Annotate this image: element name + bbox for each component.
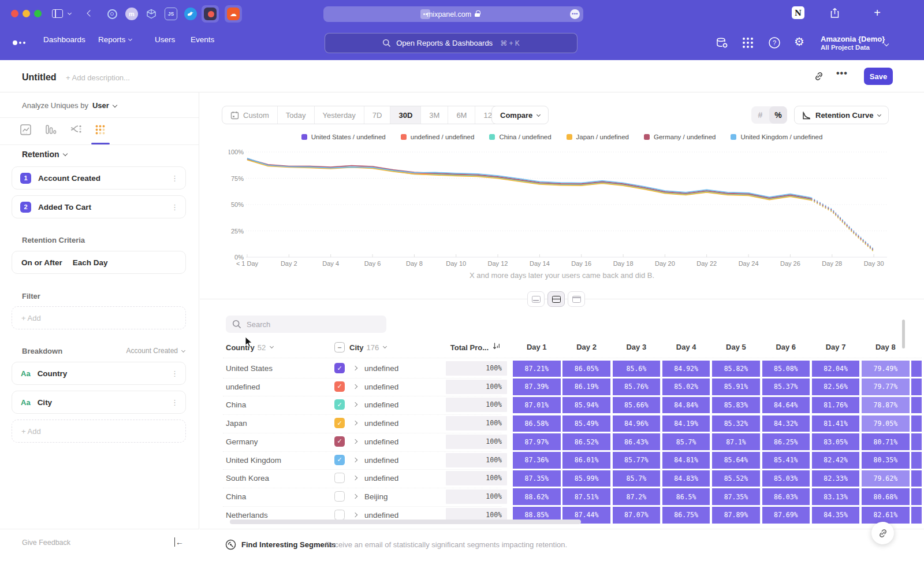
data-management-icon[interactable] <box>715 36 729 53</box>
retention-cell[interactable]: 86.03% <box>762 488 810 505</box>
retention-cell[interactable]: 87.01% <box>513 397 561 414</box>
give-feedback-link[interactable]: Give Feedback <box>22 539 70 547</box>
retention-cell[interactable]: 86.05% <box>562 361 610 377</box>
table-row[interactable]: ChinaBeijing100%88.62%87.51%87.2%86.5%87… <box>200 488 924 506</box>
series-checkbox[interactable]: ✓ <box>334 455 345 465</box>
range-7d[interactable]: 7D <box>364 106 391 124</box>
retention-cell[interactable]: 83.13% <box>812 488 860 505</box>
expand-chevron-icon[interactable] <box>353 457 357 462</box>
retention-cell[interactable]: 87.1% <box>712 433 760 450</box>
kebab-menu-icon[interactable]: ⋮ <box>171 369 178 378</box>
day-column-header[interactable]: Day 3 <box>613 340 661 355</box>
retention-cell[interactable]: 85.83% <box>712 397 760 414</box>
legend-item[interactable]: Japan / undefined <box>567 133 629 140</box>
retention-cell[interactable]: 87.51% <box>562 488 610 505</box>
retention-cell[interactable]: 85.82% <box>712 361 760 377</box>
legend-item[interactable]: United Kingdom / undefined <box>731 133 822 140</box>
series-checkbox[interactable] <box>334 473 345 483</box>
retention-cell[interactable]: 85.32% <box>712 415 760 432</box>
retention-cell[interactable]: 84.64% <box>762 397 810 414</box>
retention-cell[interactable]: 85.91% <box>712 379 760 395</box>
tab-overview-chevron-icon[interactable] <box>68 11 72 15</box>
range-yesterday[interactable]: Yesterday <box>315 106 364 124</box>
expand-chevron-icon[interactable] <box>353 366 357 370</box>
nav-events[interactable]: Events <box>191 35 214 44</box>
target-icon[interactable] <box>106 8 118 20</box>
share-link-fab[interactable] <box>871 522 894 544</box>
retention-cell[interactable]: 86.01% <box>562 452 610 469</box>
browser-sidebar-icon[interactable] <box>52 9 63 18</box>
notion-icon[interactable]: N <box>792 6 804 19</box>
retention-cell[interactable]: 84.92% <box>662 361 710 377</box>
table-row[interactable]: Germany✓undefined100%87.97%86.52%86.43%8… <box>200 433 924 451</box>
save-button[interactable]: Save <box>864 68 893 85</box>
add-breakdown-button[interactable]: + Add <box>12 420 186 443</box>
chart-only-view-button[interactable] <box>527 291 545 307</box>
nav-users[interactable]: Users <box>155 35 175 44</box>
retention-cell[interactable]: 82.04% <box>812 361 860 377</box>
city-column-header[interactable]: – City176 <box>334 340 386 355</box>
day-column-header[interactable]: Day 2 <box>562 340 610 355</box>
retention-cell[interactable]: 85.76% <box>613 379 661 395</box>
step-added-to-cart[interactable]: 2 Added To Cart ⋮ <box>12 195 186 218</box>
reading-app-icon[interactable] <box>204 8 217 20</box>
bird-icon[interactable] <box>184 8 197 20</box>
retention-cell[interactable]: 86.19% <box>562 379 610 395</box>
retention-cell[interactable]: 85.41% <box>762 452 810 469</box>
retention-cell[interactable]: 84.19% <box>662 415 710 432</box>
breakdown-scope-selector[interactable]: Account Created <box>126 347 185 355</box>
retention-cell[interactable]: 86.75% <box>662 507 710 524</box>
retention-cell[interactable]: 84.84% <box>662 397 710 414</box>
retention-cell[interactable]: 80.71% <box>862 433 910 450</box>
expand-chevron-icon[interactable] <box>353 421 357 425</box>
compare-button[interactable]: Compare <box>491 106 549 124</box>
retention-cell[interactable]: 79.62% <box>862 470 910 487</box>
retention-cell[interactable]: 84.32% <box>762 415 810 432</box>
retention-cell[interactable]: 80.35% <box>862 452 910 469</box>
apps-grid-icon[interactable] <box>742 36 754 51</box>
retention-cell[interactable]: 82.42% <box>812 452 860 469</box>
retention-cell[interactable]: 85.7% <box>662 433 710 450</box>
breakdown-country[interactable]: Aa Country ⋮ <box>12 362 186 385</box>
range-30d[interactable]: 30D <box>390 106 421 124</box>
retention-cell[interactable]: 84.96% <box>613 415 661 432</box>
retention-section-header[interactable]: Retention <box>22 150 67 159</box>
soundcloud-icon[interactable]: ☁ <box>227 8 240 20</box>
js-icon[interactable]: JS <box>165 8 177 20</box>
retention-cell[interactable]: 79.05% <box>862 415 910 432</box>
series-checkbox[interactable]: ✓ <box>334 418 345 428</box>
range-today[interactable]: Today <box>278 106 315 124</box>
series-checkbox[interactable] <box>334 491 345 502</box>
retention-cell[interactable]: 87.36% <box>513 452 561 469</box>
retention-cell[interactable]: 86.5% <box>662 488 710 505</box>
retention-cell[interactable]: 81.41% <box>812 415 860 432</box>
expand-chevron-icon[interactable] <box>353 512 357 517</box>
retention-cell[interactable]: 85.6% <box>613 361 661 377</box>
retention-cell[interactable]: 87.07% <box>613 507 661 524</box>
add-filter-button[interactable]: + Add <box>12 306 186 329</box>
series-checkbox[interactable] <box>334 510 345 520</box>
criteria-interval[interactable]: Each Day <box>73 258 108 267</box>
analyze-uniques-control[interactable]: Analyze Uniques by User <box>22 101 117 110</box>
collapse-sidebar-icon[interactable]: ← <box>174 537 184 547</box>
sort-descending-icon[interactable] <box>493 342 501 352</box>
table-row[interactable]: undefined✓undefined100%87.39%86.19%85.76… <box>200 378 924 396</box>
settings-gear-icon[interactable]: ⚙ <box>794 35 804 49</box>
table-row[interactable]: United States✓undefined100%87.21%86.05%8… <box>200 359 924 378</box>
retention-cell[interactable]: 85.03% <box>762 470 810 487</box>
retention-cell[interactable]: 79.77% <box>862 379 910 395</box>
avatar-m-icon[interactable]: m <box>125 8 138 20</box>
help-icon[interactable]: ? <box>768 36 781 51</box>
step-account-created[interactable]: 1 Account Created ⋮ <box>12 166 186 190</box>
maximize-window-button[interactable] <box>34 10 42 17</box>
range-3m[interactable]: 3M <box>421 106 448 124</box>
retention-cell[interactable]: 82.61% <box>862 507 910 524</box>
horizontal-scrollbar[interactable] <box>230 520 581 524</box>
retention-cell[interactable]: 85.66% <box>613 397 661 414</box>
retention-cell[interactable]: 82.33% <box>812 470 860 487</box>
report-description-placeholder[interactable]: + Add description... <box>66 73 130 82</box>
retention-cell[interactable]: 80.68% <box>862 488 910 505</box>
table-search[interactable] <box>226 316 386 333</box>
expand-chevron-icon[interactable] <box>353 476 357 480</box>
retention-cell[interactable]: 86.52% <box>562 433 610 450</box>
